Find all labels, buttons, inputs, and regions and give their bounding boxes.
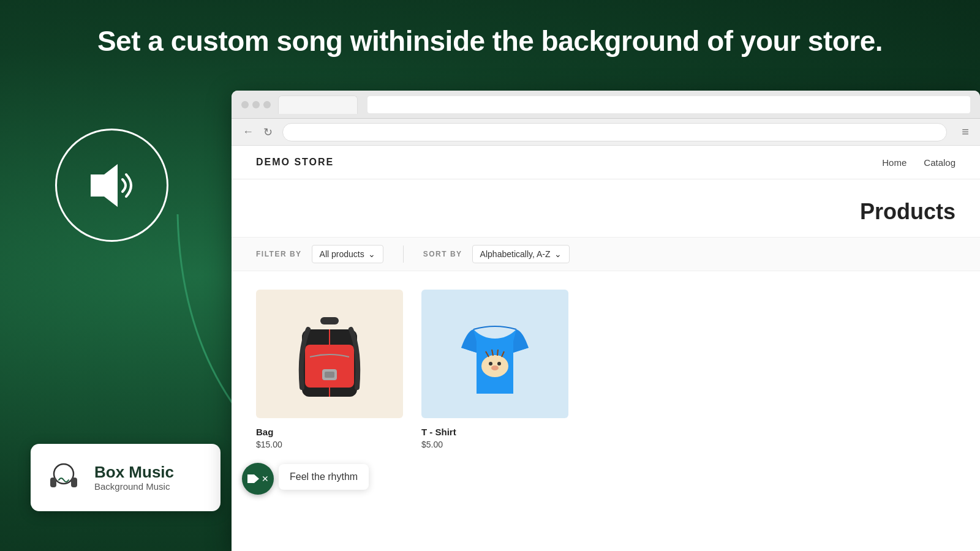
dot-yellow [252,101,260,108]
svg-rect-4 [71,478,77,487]
product-card-tshirt[interactable]: T - Shirt $5.00 [421,290,568,449]
product-name-tshirt: T - Shirt [421,427,568,437]
chevron-down-icon-sort: ⌄ [554,249,562,259]
product-image-tshirt [421,290,568,418]
sort-by-label: SORT BY [423,250,462,258]
product-card-bag[interactable]: Bag $15.00 [256,290,403,449]
filter-bar: FILTER BY All products ⌄ SORT BY Alphabe… [232,237,980,271]
products-heading: Products [232,179,980,237]
bag-img-container [256,290,403,418]
chevron-down-icon: ⌄ [368,249,375,259]
svg-marker-0 [91,164,118,207]
products-grid: Bag $15.00 [232,271,980,468]
dot-red [241,101,249,108]
box-music-card: Box Music Background Music [31,444,221,511]
nav-home[interactable]: Home [882,157,907,168]
svg-point-14 [491,365,499,370]
product-price-tshirt: $5.00 [421,440,568,449]
url-field[interactable] [282,123,947,141]
product-price-bag: $15.00 [256,440,403,449]
app-tagline: Background Music [94,481,174,492]
svg-rect-7 [320,317,339,324]
product-name-bag: Bag [256,427,403,437]
browser-nav-bar: ← ↻ ≡ [232,119,980,146]
rhythm-tooltip: Feel the rhythm [279,464,369,490]
back-button[interactable]: ← [243,126,254,138]
refresh-button[interactable]: ↻ [263,126,273,139]
close-icon: ✕ [262,474,269,484]
browser-menu-icon[interactable]: ≡ [962,125,969,139]
tshirt-img-container [421,290,568,418]
store-logo: DEMO STORE [256,157,334,168]
svg-marker-19 [247,474,254,483]
browser-chrome [232,91,980,119]
svg-rect-10 [325,372,334,378]
browser-tab[interactable] [278,96,358,114]
box-music-text: Box Music Background Music [94,463,174,492]
filter-by-label: FILTER BY [256,250,302,258]
svg-point-13 [497,362,501,365]
music-player-button[interactable]: ✕ [242,463,274,495]
dot-green [263,101,271,108]
svg-line-17 [497,350,498,356]
box-music-logo [44,458,83,497]
svg-point-12 [489,362,492,365]
browser-url-bar[interactable] [368,96,970,113]
filter-separator [403,246,404,263]
app-name: Box Music [94,463,174,481]
headline: Set a custom song withinside the backgro… [0,24,980,58]
speaker-icon-large [85,161,140,210]
nav-catalog[interactable]: Catalog [924,157,956,168]
svg-rect-3 [50,478,56,487]
sort-by-select[interactable]: Alphabetically, A-Z ⌄ [472,245,570,263]
filter-by-select[interactable]: All products ⌄ [312,245,383,263]
browser-dots [241,101,271,108]
product-image-bag [256,290,403,418]
store-header: DEMO STORE Home Catalog [232,146,980,179]
store-nav: Home Catalog [882,157,956,168]
